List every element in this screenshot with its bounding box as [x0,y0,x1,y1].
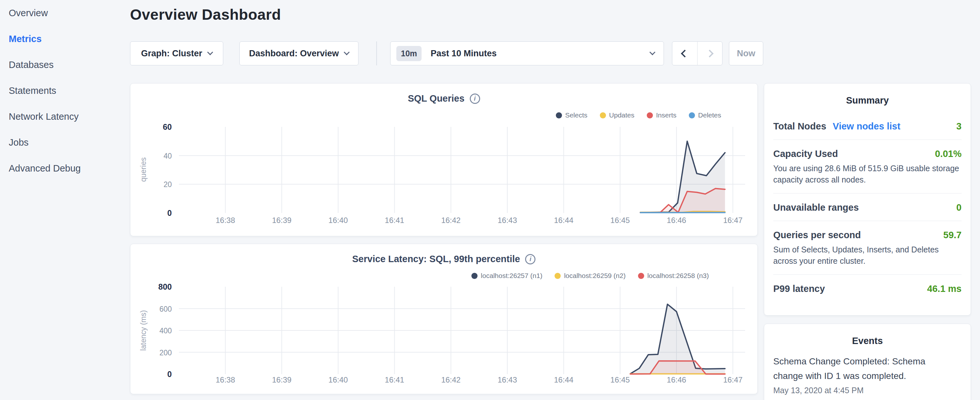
summary-row-total-nodes: Total Nodes View nodes list 3 [773,112,962,139]
sidebar-item-overview[interactable]: Overview [0,0,130,26]
view-nodes-list-link[interactable]: View nodes list [833,121,900,132]
chevron-down-icon [207,49,213,55]
info-icon[interactable]: i [470,94,480,104]
svg-text:16:43: 16:43 [498,375,517,384]
summary-label: P99 latency [773,284,825,294]
legend-dot-icon [638,273,644,279]
sidebar-menu: Overview Metrics Databases Statements Ne… [0,0,130,181]
svg-text:queries: queries [139,157,148,182]
service-latency-chart[interactable]: 16:3816:3916:4016:4116:4216:4316:4416:45… [130,244,757,394]
service-latency-chart-card: Service Latency: SQL, 99th percentile i … [130,244,758,394]
summary-label: Total Nodes [773,121,826,132]
svg-text:40: 40 [163,152,172,160]
svg-text:16:44: 16:44 [554,375,573,384]
summary-value: 3 [956,121,962,132]
service-latency-legend: localhost:26257 (n1)localhost:26259 (n2)… [471,272,709,280]
graph-scope-dropdown-label: Graph: Cluster [141,49,202,59]
summary-row-p99-latency: P99 latency 46.1 ms [773,274,962,302]
legend-dot-icon [471,273,477,279]
toolbar-divider [376,41,377,65]
event-list-item[interactable]: Schema Change Completed: Schema change w… [773,353,962,395]
sidebar-item-metrics[interactable]: Metrics [0,26,130,52]
svg-text:latency (ms): latency (ms) [139,310,148,351]
legend-label: localhost:26259 (n2) [564,272,625,280]
legend-item: localhost:26257 (n1) [471,272,542,280]
svg-text:16:47: 16:47 [723,216,743,225]
legend-item: localhost:26259 (n2) [555,272,625,280]
svg-text:16:46: 16:46 [667,375,686,384]
summary-value: 46.1 ms [927,284,962,294]
sidebar-item-databases[interactable]: Databases [0,52,130,78]
page-title: Overview Dashboard [130,6,281,23]
svg-text:600: 600 [159,305,172,313]
dashboard-dropdown-label: Dashboard: Overview [249,49,339,59]
legend-label: Selects [565,112,587,119]
summary-description: You are using 28.6 MiB of 515.9 GiB usab… [773,163,962,185]
summary-panel: Summary Total Nodes View nodes list 3 Ca… [764,83,971,316]
summary-value: 59.7 [943,230,962,241]
legend-label: Deletes [698,112,721,119]
summary-label: Unavailable ranges [773,202,859,213]
svg-text:0: 0 [167,370,172,379]
svg-text:16:43: 16:43 [498,216,517,225]
legend-label: Inserts [656,112,676,119]
svg-text:16:42: 16:42 [441,375,461,384]
time-back-button[interactable] [672,42,697,65]
legend-label: Updates [609,112,635,119]
sql-queries-chart-card: SQL Queries i SelectsUpdatesInsertsDelet… [130,83,758,236]
chevron-down-icon [344,49,350,55]
summary-row-queries-per-second: Queries per second 59.7 Sum of Selects, … [773,221,962,274]
sidebar: Overview Metrics Databases Statements Ne… [0,0,130,400]
svg-text:16:46: 16:46 [667,216,686,225]
legend-label: localhost:26258 (n3) [648,272,709,280]
summary-title: Summary [764,95,970,106]
chevron-right-icon [706,49,714,57]
sidebar-item-advanced-debug[interactable]: Advanced Debug [0,155,130,181]
svg-text:16:38: 16:38 [215,375,235,384]
event-timestamp: May 13, 2020 at 4:45 PM [773,386,962,395]
graph-scope-dropdown[interactable]: Graph: Cluster [130,41,223,65]
chevron-left-icon [681,49,689,57]
legend-item: Selects [556,112,587,119]
svg-text:800: 800 [158,282,172,291]
svg-text:16:40: 16:40 [328,375,348,384]
legend-item: Deletes [689,112,721,119]
info-icon[interactable]: i [525,254,535,265]
svg-text:16:38: 16:38 [215,216,235,225]
time-nav-buttons [672,41,722,65]
time-range-badge: 10m [396,46,422,61]
sql-queries-legend: SelectsUpdatesInsertsDeletes [556,112,721,119]
chart-title: SQL Queries [408,93,464,104]
legend-dot-icon [556,112,562,118]
summary-description: Sum of Selects, Updates, Inserts, and De… [773,244,962,267]
sql-queries-chart[interactable]: 16:3816:3916:4016:4116:4216:4316:4416:45… [130,83,757,236]
summary-label: Queries per second [773,230,861,241]
summary-value: 0.01% [935,148,962,159]
time-range-label: Past 10 Minutes [431,49,496,59]
svg-text:60: 60 [163,122,172,131]
legend-item: localhost:26258 (n3) [638,272,709,280]
time-range-selector[interactable]: 10m Past 10 Minutes [390,41,664,65]
time-forward-button[interactable] [697,42,722,65]
svg-text:16:47: 16:47 [723,375,743,384]
events-title: Events [764,336,970,346]
legend-label: localhost:26257 (n1) [481,272,542,280]
summary-value: 0 [956,202,962,213]
now-button[interactable]: Now [729,41,763,65]
events-panel: Events Schema Change Completed: Schema c… [764,324,971,400]
svg-text:16:42: 16:42 [441,216,461,225]
sidebar-item-statements[interactable]: Statements [0,78,130,104]
svg-text:16:41: 16:41 [385,216,404,225]
chart-title: Service Latency: SQL, 99th percentile [352,254,520,265]
legend-dot-icon [555,273,561,279]
overview-dashboard-page: { "sidebar": { "items": [ { "label": "Ov… [0,0,980,400]
legend-dot-icon [600,112,606,118]
dashboard-dropdown[interactable]: Dashboard: Overview [239,41,358,65]
sidebar-item-network-latency[interactable]: Network Latency [0,104,130,129]
svg-text:16:41: 16:41 [385,375,404,384]
summary-row-capacity-used: Capacity Used 0.01% You are using 28.6 M… [773,139,962,193]
chevron-down-icon [649,49,655,55]
sidebar-item-jobs[interactable]: Jobs [0,129,130,155]
svg-text:16:45: 16:45 [611,375,630,384]
service-latency-chart-header: Service Latency: SQL, 99th percentile i [130,254,757,265]
